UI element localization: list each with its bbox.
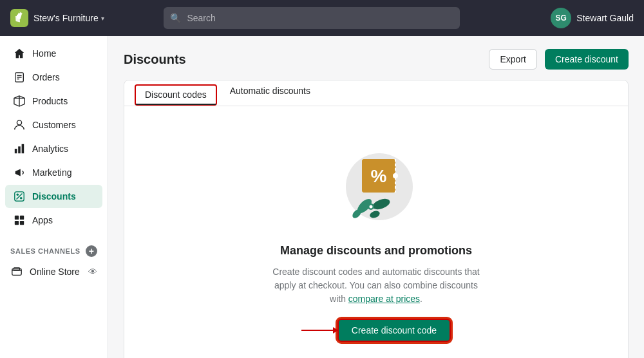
sidebar-item-apps-label: Apps	[32, 215, 53, 225]
orders-icon	[13, 71, 26, 84]
sidebar-item-products[interactable]: Products	[5, 90, 102, 113]
main-content: Discounts Export Create discount Discoun…	[108, 36, 644, 358]
online-store-icon	[10, 265, 23, 278]
compare-at-prices-link[interactable]: compare at prices	[348, 294, 420, 304]
svg-point-32	[370, 205, 373, 209]
header-actions: Export Create discount	[489, 49, 629, 70]
top-nav: Stew's Furniture ▾ 🔍 SG Stewart Gauld	[0, 0, 644, 36]
discounts-icon	[13, 190, 26, 203]
analytics-icon	[13, 142, 26, 155]
online-store-view-icon: 👁	[88, 267, 97, 277]
sales-channels-header: SALES CHANNELS +	[0, 238, 108, 259]
svg-rect-16	[20, 216, 24, 220]
sidebar-item-customers-label: Customers	[32, 120, 76, 130]
add-sales-channel-button[interactable]: +	[86, 245, 97, 257]
svg-point-7	[17, 120, 21, 125]
svg-point-26	[393, 173, 398, 178]
sidebar-item-home-label: Home	[32, 48, 56, 59]
svg-point-11	[17, 194, 19, 196]
tab-automatic-discounts[interactable]: Automatic discounts	[220, 80, 321, 106]
svg-rect-18	[20, 221, 24, 225]
avatar: SG	[551, 8, 571, 28]
user-menu[interactable]: SG Stewart Gauld	[551, 8, 634, 28]
shopify-logo-icon	[10, 9, 28, 27]
svg-rect-10	[22, 144, 24, 153]
sidebar: Home Orders Products Customers	[0, 36, 108, 358]
svg-point-12	[20, 197, 23, 200]
online-store-label: Online Store	[30, 267, 80, 277]
home-icon	[13, 47, 26, 60]
svg-rect-17	[15, 221, 19, 225]
sidebar-item-home[interactable]: Home	[5, 42, 102, 65]
card-tabs: Discount codes Automatic discounts	[124, 80, 628, 106]
sidebar-item-marketing-label: Marketing	[32, 167, 71, 178]
create-discount-code-button[interactable]: Create discount code	[337, 319, 451, 342]
sidebar-item-marketing[interactable]: Marketing	[5, 161, 102, 184]
customers-icon	[13, 118, 26, 131]
sidebar-item-analytics[interactable]: Analytics	[5, 137, 102, 160]
export-button[interactable]: Export	[489, 49, 536, 70]
store-chevron-icon: ▾	[101, 15, 104, 22]
discounts-card: Discount codes Automatic discounts %	[124, 80, 629, 358]
svg-text:%: %	[371, 166, 387, 186]
page-header: Discounts Export Create discount	[124, 49, 629, 70]
sidebar-item-discounts-label: Discounts	[32, 191, 76, 202]
svg-rect-15	[15, 216, 19, 220]
sidebar-item-discounts[interactable]: Discounts	[5, 185, 102, 208]
search-bar[interactable]: 🔍	[164, 7, 460, 29]
svg-rect-8	[15, 149, 17, 153]
discount-illustration: %	[331, 145, 421, 229]
search-input[interactable]	[164, 7, 460, 29]
marketing-icon	[13, 166, 26, 179]
arrow-line	[301, 330, 337, 331]
apps-icon	[13, 214, 26, 227]
sidebar-item-orders[interactable]: Orders	[5, 66, 102, 89]
svg-rect-9	[18, 146, 21, 153]
store-name-label: Stew's Furniture ▾	[33, 13, 104, 23]
empty-state-heading: Manage discounts and promotions	[280, 244, 472, 258]
sidebar-item-customers[interactable]: Customers	[5, 113, 102, 137]
sidebar-item-analytics-label: Analytics	[32, 144, 68, 154]
empty-state: %	[124, 106, 628, 358]
page-title: Discounts	[124, 52, 186, 67]
empty-state-description: Create discount codes and automatic disc…	[267, 265, 486, 306]
create-button-wrapper: Create discount code	[301, 319, 451, 342]
sidebar-item-products-label: Products	[32, 96, 68, 106]
sidebar-item-online-store[interactable]: Online Store 👁	[3, 260, 105, 283]
sidebar-item-apps[interactable]: Apps	[5, 209, 102, 232]
sidebar-item-orders-label: Orders	[32, 72, 60, 82]
search-icon: 🔍	[170, 13, 181, 23]
products-icon	[13, 95, 26, 108]
user-name-label: Stewart Gauld	[576, 13, 634, 23]
arrow-head-icon	[333, 327, 338, 334]
arrow-annotation	[301, 330, 337, 331]
tab-discount-codes[interactable]: Discount codes	[136, 86, 216, 105]
store-selector[interactable]: Stew's Furniture ▾	[10, 9, 113, 27]
create-discount-button[interactable]: Create discount	[545, 49, 629, 70]
